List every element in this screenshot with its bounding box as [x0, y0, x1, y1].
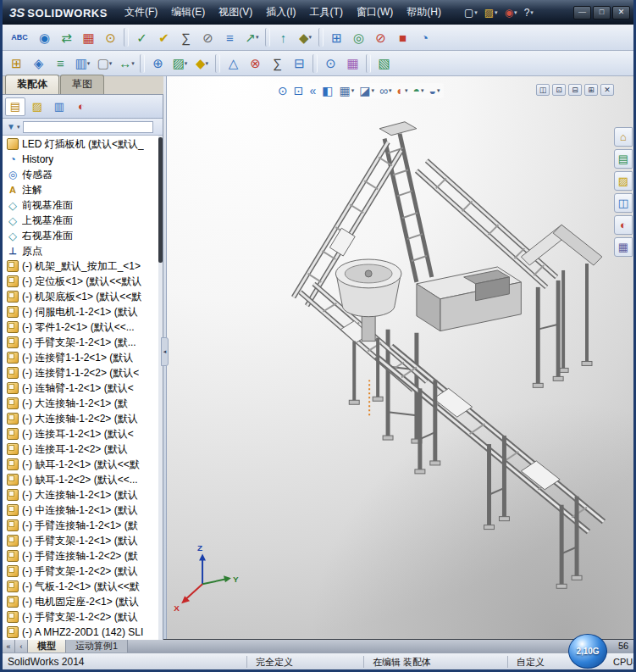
- exploded-view-icon[interactable]: △: [223, 53, 244, 74]
- tree-item[interactable]: (-) 连接臂1-1-2<2> (默认<: [3, 365, 163, 380]
- move-component-icon[interactable]: ↔ ▾: [116, 53, 137, 74]
- assembly-model-3d[interactable]: Z Y X: [167, 76, 633, 639]
- propertymanager-tab-icon[interactable]: ▨: [27, 97, 47, 116]
- view-orientation-icon[interactable]: ▦ ▾: [338, 84, 357, 97]
- tree-item[interactable]: (-) 中连接轴-1-2<1> (默认: [3, 503, 163, 518]
- scrollbar-thumb[interactable]: [158, 137, 163, 263]
- reload-icon[interactable]: ↑: [273, 27, 294, 47]
- tab-scroll-first-icon[interactable]: «: [3, 640, 15, 653]
- hopper-chute-right[interactable]: [521, 225, 602, 372]
- menu-item[interactable]: 工具(T): [303, 3, 350, 22]
- right-frame[interactable]: [533, 280, 563, 387]
- curvature-icon[interactable]: ◆ ▾: [295, 27, 316, 47]
- minimize-button[interactable]: —: [573, 6, 591, 19]
- tree-item[interactable]: (-) 缺耳-1-2<1> (默认<<默: [3, 457, 163, 472]
- configurationmanager-tab-icon[interactable]: ▥: [49, 97, 69, 116]
- tree-scrollbar[interactable]: [158, 136, 163, 640]
- component-pattern-icon[interactable]: ▥ ▾: [72, 53, 93, 74]
- tree-item[interactable]: (-) 手臂支架-1-2<2> (默认: [3, 564, 163, 579]
- tree-item[interactable]: (-) 手臂连接轴-1-2<2> (默: [3, 548, 163, 564]
- spell-checker-icon[interactable]: ABC: [6, 27, 33, 47]
- graphics-area[interactable]: Z Y X ⊙ ⊡: [167, 76, 633, 639]
- filter-funnel-icon[interactable]: ▼: [5, 122, 17, 131]
- tree-item[interactable]: 传感器: [3, 167, 163, 182]
- section-properties-icon[interactable]: ⊘: [197, 27, 218, 47]
- close-button[interactable]: ✕: [612, 6, 630, 19]
- mate-icon[interactable]: ◈: [28, 53, 49, 74]
- view-palette-icon[interactable]: ◫: [614, 193, 633, 213]
- grid-system-icon[interactable]: ▧: [373, 53, 395, 74]
- symmetry-check-icon[interactable]: ◔: [414, 27, 435, 47]
- memory-usage-sphere[interactable]: 2,10G: [568, 634, 607, 669]
- draft-analysis-icon[interactable]: ■: [392, 27, 413, 47]
- tree-item[interactable]: (-) 机架_默认_按加工_<1>: [3, 258, 163, 274]
- previous-view-icon[interactable]: «: [307, 84, 318, 97]
- display-style-icon[interactable]: ◪ ▾: [357, 84, 376, 97]
- tab-assembly[interactable]: 装配体: [5, 75, 59, 94]
- tab-motion-study-1[interactable]: 运动算例1: [66, 640, 128, 653]
- tree-item[interactable]: 原点: [3, 243, 163, 258]
- zoom-fit-icon[interactable]: ⊙: [276, 84, 290, 97]
- custom-status-menu[interactable]: 自定义: [507, 656, 553, 668]
- sketch-icon[interactable]: ◆ ▾: [191, 53, 213, 74]
- zebra-stripes-icon[interactable]: ◎: [348, 27, 369, 47]
- design-binder-icon[interactable]: ◉: [34, 27, 55, 47]
- interference-detection-icon[interactable]: ⊗: [245, 53, 266, 74]
- tree-item[interactable]: (-) 伺服电机-1-2<1> (默认: [3, 304, 163, 319]
- assembly-features-icon[interactable]: ⊕: [147, 53, 169, 74]
- zoom-area-icon[interactable]: ⊡: [292, 84, 307, 97]
- tree-item[interactable]: 右视基准面: [3, 228, 163, 243]
- design-library-icon[interactable]: ▤: [614, 149, 633, 169]
- undercut-analysis-icon[interactable]: ⊘: [370, 27, 391, 47]
- insert-components-icon[interactable]: ⊞: [6, 53, 27, 74]
- recent-documents-icon[interactable]: ◉ ▾: [502, 7, 520, 19]
- tab-scroll-prev-icon[interactable]: ‹: [15, 640, 28, 653]
- tree-item[interactable]: (-) 大连接轴-1-2<2> (默认: [3, 411, 163, 426]
- minimize-window-icon[interactable]: ⊟: [568, 84, 582, 96]
- tree-item[interactable]: (-) 定位板<1> (默认<<默认: [3, 274, 163, 289]
- tree-item[interactable]: (-) 手臂支架-1-2<1> (默...: [3, 335, 163, 350]
- featuremanager-tab-icon[interactable]: ▤: [5, 97, 25, 116]
- tree-item[interactable]: (-) A MHZ2-20D1 (142) SLI: [3, 625, 163, 640]
- tree-item[interactable]: (-) 连接臂1-1-2<1> (默认: [3, 350, 163, 365]
- menu-item[interactable]: 插入(I): [259, 3, 302, 22]
- mass-properties-icon[interactable]: ≡: [219, 27, 241, 47]
- tree-item[interactable]: (-) 连接耳-1-2<2> (默认: [3, 442, 163, 457]
- panel-collapse-handle[interactable]: ◂: [161, 337, 169, 366]
- filter-dropdown-arrow-icon[interactable]: ▾: [17, 124, 20, 131]
- displaymanager-tab-icon[interactable]: ◐: [71, 97, 91, 116]
- hide-show-items-icon[interactable]: ∞ ▾: [378, 84, 394, 97]
- tree-item[interactable]: (-) 大连接轴-1-2<1> (默认: [3, 487, 163, 503]
- magnifier-icon[interactable]: ⊙: [320, 53, 341, 74]
- tree-item[interactable]: (-) 手臂连接轴-1-2<1> (默: [3, 518, 163, 533]
- menu-item[interactable]: 编辑(E): [164, 3, 212, 22]
- window-select-icon[interactable]: ⊟: [289, 53, 310, 74]
- menu-item[interactable]: 帮助(H): [400, 3, 448, 22]
- new-document-icon[interactable]: ▢ ▾: [462, 7, 480, 19]
- smart-fasteners-icon[interactable]: ≡: [50, 53, 71, 74]
- view-settings-icon[interactable]: ◒ ▾: [427, 84, 441, 97]
- measure-icon[interactable]: ✓: [131, 27, 152, 47]
- check-entity-icon[interactable]: ▦: [78, 27, 99, 47]
- appearances-grid-icon[interactable]: ▦: [342, 53, 363, 74]
- tree-item[interactable]: (-) 手臂支架-1-2<1> (默认: [3, 533, 163, 548]
- cascade-windows-icon[interactable]: ◫: [536, 84, 550, 96]
- tree-item[interactable]: 前视基准面: [3, 197, 163, 213]
- resources-home-icon[interactable]: ⌂: [614, 127, 633, 147]
- menu-item[interactable]: 窗口(W): [350, 3, 400, 22]
- deviation-analysis-icon[interactable]: ↗ ▾: [241, 27, 263, 47]
- maximize-window-icon[interactable]: ⊞: [584, 84, 598, 96]
- tab-model[interactable]: 模型: [28, 640, 66, 653]
- assembly-statistics-icon[interactable]: ∑: [267, 53, 288, 74]
- tree-item[interactable]: (-) 零件1-2<1> (默认<<...: [3, 319, 163, 335]
- menu-item[interactable]: 视图(V): [212, 3, 259, 22]
- section-view-icon[interactable]: ◧: [320, 84, 335, 97]
- restore-window-icon[interactable]: ⊡: [552, 84, 566, 96]
- costing-icon[interactable]: ⊙: [100, 27, 121, 47]
- apply-scene-icon[interactable]: ◓ ▾: [411, 84, 425, 97]
- tree-item[interactable]: (-) 缺耳-1-2<2> (默认<<...: [3, 472, 163, 487]
- custom-properties-icon[interactable]: ▦: [614, 237, 633, 257]
- tab-sketch[interactable]: 草图: [60, 75, 104, 94]
- equations-icon[interactable]: ∑: [175, 27, 196, 47]
- tree-item[interactable]: History: [3, 152, 163, 167]
